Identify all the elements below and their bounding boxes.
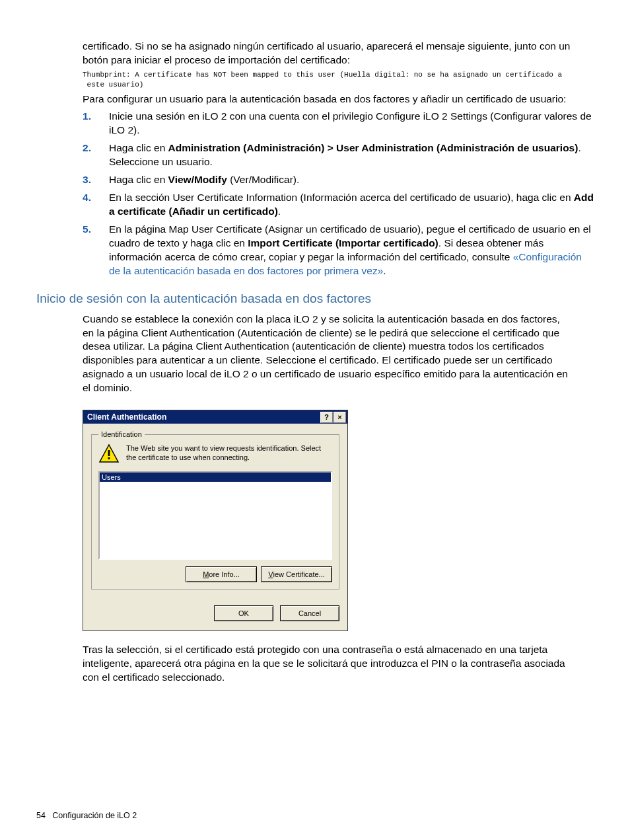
section-body: Cuando se establece la conexión con la p… — [83, 313, 574, 396]
dialog-title: Client Authentication — [87, 412, 166, 422]
group-legend: Identification — [98, 430, 145, 438]
identification-group: Identification The Web site you want to … — [91, 430, 339, 590]
intro-paragraph-2: Para configurar un usuario para la auten… — [83, 93, 574, 106]
step-3-text-a: Haga clic en — [109, 174, 168, 185]
after-dialog-paragraph: Tras la selección, si el certificado est… — [83, 643, 574, 685]
page-number: 54 — [36, 811, 46, 820]
thumbprint-message: Thumbprint: A certificate has NOT been m… — [83, 70, 594, 90]
help-button[interactable]: ? — [320, 412, 333, 423]
ok-button[interactable]: OK — [214, 605, 273, 621]
svg-rect-2 — [108, 457, 110, 459]
step-1: Inicie una sesión en iLO 2 con una cuent… — [83, 110, 594, 137]
intro-paragraph-1: certificado. Si no se ha asignado ningún… — [83, 40, 574, 67]
cert-list-header: Users — [100, 473, 331, 482]
view-certificate-button[interactable]: View Certificate... — [261, 566, 332, 582]
more-info-button[interactable]: More Info... — [186, 566, 257, 582]
step-4: En la sección User Certificate Informati… — [83, 191, 594, 219]
page-footer: 54 Configuración de iLO 2 — [36, 811, 137, 820]
step-3-text-c: (Ver/Modificar). — [227, 174, 299, 185]
cancel-button[interactable]: Cancel — [280, 605, 339, 621]
certificate-list[interactable]: Users — [98, 471, 332, 560]
warning-icon — [98, 443, 120, 465]
section-heading: Inicio de sesión con la autenticación ba… — [36, 291, 594, 306]
dialog-titlebar: Client Authentication ? × — [83, 410, 347, 424]
step-3-bold: View/Modify — [168, 174, 227, 185]
svg-rect-1 — [108, 450, 110, 456]
step-5-bold: Import Certificate (Importar certificado… — [248, 237, 438, 248]
dialog-message: The Web site you want to view requests i… — [126, 443, 332, 463]
step-2-bold: Administration (Administración) > User A… — [168, 142, 578, 153]
steps-list: Inicie una sesión en iLO 2 con una cuent… — [83, 110, 594, 278]
step-3: Haga clic en View/Modify (Ver/Modificar)… — [83, 173, 594, 187]
step-2: Haga clic en Administration (Administrac… — [83, 141, 594, 169]
step-4-text-c: . — [278, 206, 281, 217]
step-5-text-d: . — [383, 265, 386, 276]
step-2-text-a: Haga clic en — [109, 142, 168, 153]
footer-text: Configuración de iLO 2 — [52, 811, 137, 820]
step-5: En la página Map User Certificate (Asign… — [83, 223, 594, 278]
client-auth-dialog: Client Authentication ? × Identification… — [83, 410, 348, 631]
step-4-text-a: En la sección User Certificate Informati… — [109, 192, 574, 203]
close-button[interactable]: × — [333, 412, 346, 423]
